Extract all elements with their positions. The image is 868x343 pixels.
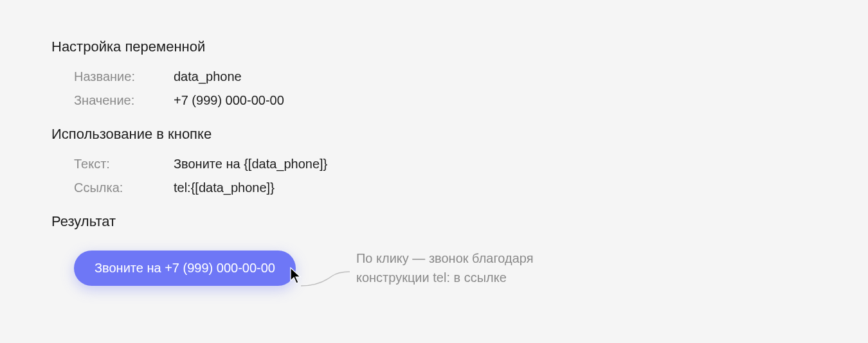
variable-value-value: +7 (999) 000-00-00 (174, 93, 284, 108)
usage-link-label: Ссылка: (74, 180, 174, 195)
result-note: По клику — звонок благодаря конструкции … (356, 249, 588, 287)
usage-text-value: Звоните на {[data_phone]} (174, 157, 327, 172)
usage-heading: Использование в кнопке (51, 126, 817, 143)
cursor-icon (289, 267, 303, 287)
call-button[interactable]: Звоните на +7 (999) 000-00-00 (74, 251, 296, 286)
result-heading: Результат (51, 213, 817, 230)
variable-name-label: Название: (74, 69, 174, 84)
variable-value-label: Значение: (74, 93, 174, 108)
variable-heading: Настройка переменной (51, 39, 817, 55)
usage-text-label: Текст: (74, 157, 174, 172)
usage-link-value: tel:{[data_phone]} (174, 180, 275, 195)
connector-line (300, 270, 351, 292)
variable-name-value: data_phone (174, 69, 242, 84)
